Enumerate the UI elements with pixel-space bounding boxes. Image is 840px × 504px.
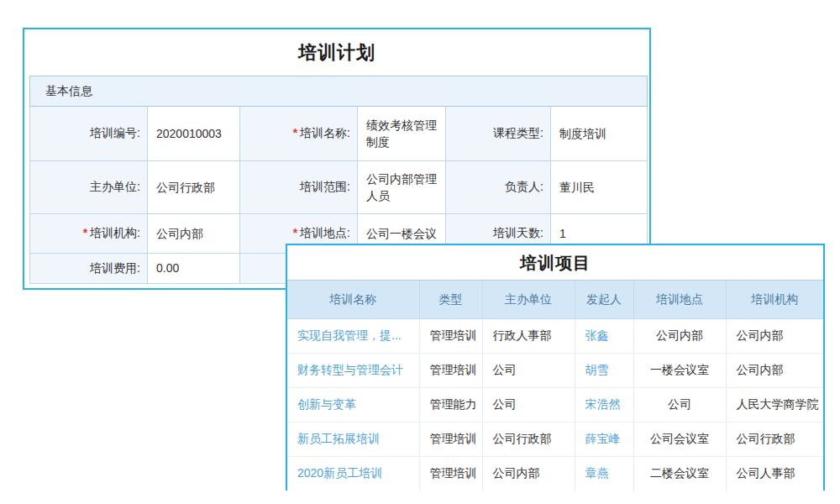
- host-unit-cell: 行政人事部: [482, 319, 575, 354]
- org-cell: 人民大学商学院: [726, 388, 823, 423]
- table-row: 新员工拓展培训 管理培训 公司行政部 薛宝峰 公司会议室 公司行政部: [287, 423, 823, 457]
- org-cell: 公司内部: [726, 354, 823, 388]
- location-cell: 公司会议室: [633, 423, 726, 457]
- column-header-org: 培训机构: [726, 281, 823, 319]
- host-unit-cell: 公司内部: [482, 457, 575, 491]
- field-label-host-unit: 主办单位:: [30, 161, 148, 214]
- org-cell: 公司人事部: [726, 457, 823, 491]
- org-cell: 公司内部: [726, 319, 823, 354]
- required-asterisk: *: [293, 126, 297, 139]
- type-cell: 管理培训: [419, 319, 482, 354]
- page-canvas: 培训计划 基本信息 培训编号: 2020010003 *培训名称: 绩效考核管理…: [0, 0, 840, 504]
- type-cell: 管理培训: [419, 423, 482, 457]
- field-label-person-in-charge: 负责人:: [446, 161, 551, 214]
- initiator-link[interactable]: 宋浩然: [575, 388, 633, 423]
- field-label-training-no: 培训编号:: [30, 107, 148, 161]
- column-header-host-unit: 主办单位: [482, 281, 575, 319]
- host-unit-cell: 公司: [482, 354, 575, 388]
- field-label-course-type: 课程类型:: [446, 107, 551, 161]
- host-unit-cell: 公司行政部: [482, 423, 575, 457]
- form-row: 培训编号: 2020010003 *培训名称: 绩效考核管理制度 课程类型: 制…: [30, 107, 648, 161]
- field-value-training-scope: 公司内部管理人员: [358, 161, 446, 214]
- training-name-link[interactable]: 新员工拓展培训: [287, 423, 419, 457]
- type-cell: 管理培训: [419, 354, 482, 388]
- initiator-link[interactable]: 张鑫: [575, 319, 633, 354]
- type-cell: 管理能力: [419, 388, 482, 423]
- field-label-training-scope: 培训范围:: [240, 161, 358, 214]
- section-header-basic-info: 基本信息: [30, 76, 648, 107]
- field-value-host-unit: 公司行政部: [148, 161, 240, 214]
- table-header-row: 培训名称 类型 主办单位 发起人 培训地点 培训机构: [287, 281, 823, 319]
- host-unit-cell: 公司: [482, 388, 575, 423]
- required-asterisk: *: [293, 226, 297, 239]
- training-name-link[interactable]: 财务转型与管理会计: [287, 354, 419, 388]
- table-row: 创新与变革 管理能力 公司 宋浩然 公司 人民大学商学院: [287, 388, 823, 423]
- field-value-training-name: 绩效考核管理制度: [358, 107, 446, 161]
- field-value-training-org: 公司内部: [148, 214, 240, 254]
- training-name-link[interactable]: 2020新员工培训: [287, 457, 419, 491]
- field-label-training-cost: 培训费用:: [30, 254, 148, 284]
- location-cell: 公司: [633, 388, 726, 423]
- initiator-link[interactable]: 章燕: [575, 457, 633, 491]
- field-label-training-name: *培训名称:: [240, 107, 358, 161]
- training-projects-title: 培训项目: [287, 245, 823, 280]
- training-name-link[interactable]: 创新与变革: [287, 388, 419, 423]
- column-header-initiator: 发起人: [575, 281, 633, 319]
- column-header-location: 培训地点: [633, 281, 726, 319]
- field-value-training-no: 2020010003: [148, 107, 240, 161]
- table-row: 实现自我管理，提... 管理培训 行政人事部 张鑫 公司内部 公司内部: [287, 319, 823, 354]
- form-row: 主办单位: 公司行政部 培训范围: 公司内部管理人员 负责人: 董川民: [30, 161, 648, 214]
- location-cell: 一楼会议室: [633, 354, 726, 388]
- field-value-course-type: 制度培训: [551, 107, 648, 161]
- initiator-link[interactable]: 胡雪: [575, 354, 633, 388]
- field-value-person-in-charge: 董川民: [551, 161, 648, 214]
- location-cell: 公司内部: [633, 319, 726, 354]
- training-plan-title: 培训计划: [24, 29, 649, 66]
- table-row: 2020新员工培训 管理培训 公司内部 章燕 二楼会议室 公司人事部: [287, 457, 823, 491]
- table-row: 财务转型与管理会计 管理培训 公司 胡雪 一楼会议室 公司内部: [287, 354, 823, 388]
- field-label-training-org: *培训机构:: [30, 214, 148, 254]
- required-asterisk: *: [83, 226, 87, 239]
- training-projects-table: 培训名称 类型 主办单位 发起人 培训地点 培训机构 实现自我管理，提... 管…: [287, 280, 823, 491]
- initiator-link[interactable]: 薛宝峰: [575, 423, 633, 457]
- org-cell: 公司行政部: [726, 423, 823, 457]
- training-projects-panel: 培训项目 培训名称 类型 主办单位 发起人 培训地点 培训机构 实现自我管理，提…: [286, 244, 825, 491]
- column-header-training-name: 培训名称: [287, 281, 419, 319]
- field-value-training-cost: 0.00: [148, 254, 240, 284]
- location-cell: 二楼会议室: [633, 457, 726, 491]
- type-cell: 管理培训: [419, 457, 482, 491]
- column-header-type: 类型: [419, 281, 482, 319]
- training-name-link[interactable]: 实现自我管理，提...: [287, 319, 419, 354]
